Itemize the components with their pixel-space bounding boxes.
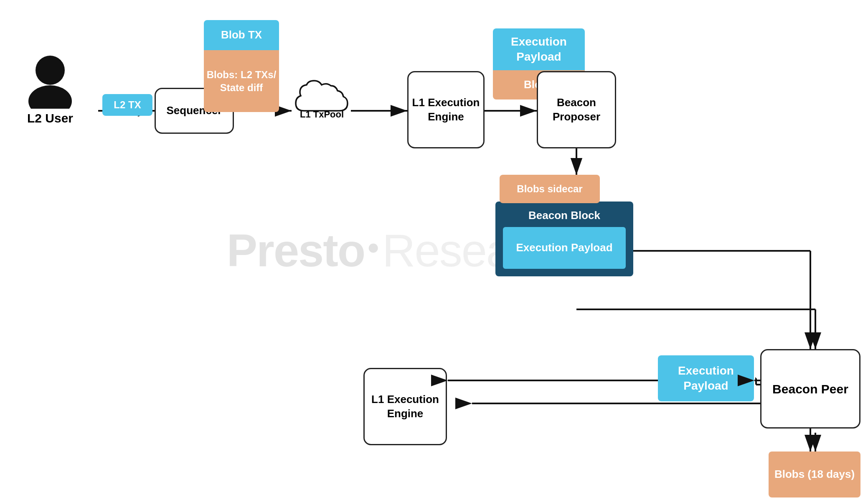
blobs-18days-box: Blobs (18 days) bbox=[769, 452, 860, 497]
watermark-presto: Presto bbox=[227, 224, 365, 277]
l2-tx-box: L2 TX bbox=[102, 94, 152, 116]
l1-execution-engine-bottom: L1 Execution Engine bbox=[363, 368, 447, 445]
execution-payload-mid-box: Execution Payload bbox=[503, 227, 626, 269]
beacon-peer-box: Beacon Peer bbox=[760, 349, 860, 429]
l2-tx-label: L2 TX bbox=[102, 94, 152, 116]
l1-txpool-label: L1 TxPool bbox=[300, 109, 344, 121]
beacon-peer-label: Beacon Peer bbox=[760, 349, 860, 429]
blobs-sidecar-box: Blobs sidecar bbox=[500, 175, 600, 203]
diagram-container: Presto Research L2 User L2 TX Sequencer … bbox=[0, 0, 868, 500]
blob-tx-group: Blob TX Blobs: L2 TXs/ State diff bbox=[204, 20, 279, 112]
beacon-proposer-label: Beacon Proposer bbox=[537, 71, 616, 148]
l2-user: L2 User bbox=[13, 54, 88, 125]
l1-execution-engine-top: L1 Execution Engine bbox=[407, 71, 485, 148]
execution-payload-bottom-group: Execution Payload bbox=[658, 355, 754, 401]
watermark-dot bbox=[369, 243, 378, 253]
execution-payload-top-box: Execution Payload bbox=[493, 28, 585, 70]
l1-txpool-cloud: L1 TxPool bbox=[292, 73, 352, 148]
beacon-block-label: Beacon Block bbox=[503, 209, 626, 222]
svg-point-14 bbox=[36, 56, 65, 85]
beacon-proposer-box: Beacon Proposer bbox=[537, 71, 616, 148]
execution-payload-bottom-box: Execution Payload bbox=[658, 355, 754, 401]
beacon-block-group: Blobs sidecar Beacon Block Execution Pay… bbox=[495, 175, 649, 276]
l1-execution-engine-bottom-label: L1 Execution Engine bbox=[363, 368, 447, 445]
svg-point-15 bbox=[28, 85, 72, 109]
blobs-content-box: Blobs: L2 TXs/ State diff bbox=[204, 50, 279, 112]
blob-tx-box: Blob TX bbox=[204, 20, 279, 50]
blobs-18days-label: Blobs (18 days) bbox=[769, 452, 860, 497]
l2-user-label: L2 User bbox=[13, 111, 88, 125]
l1-execution-engine-top-label: L1 Execution Engine bbox=[407, 71, 485, 148]
